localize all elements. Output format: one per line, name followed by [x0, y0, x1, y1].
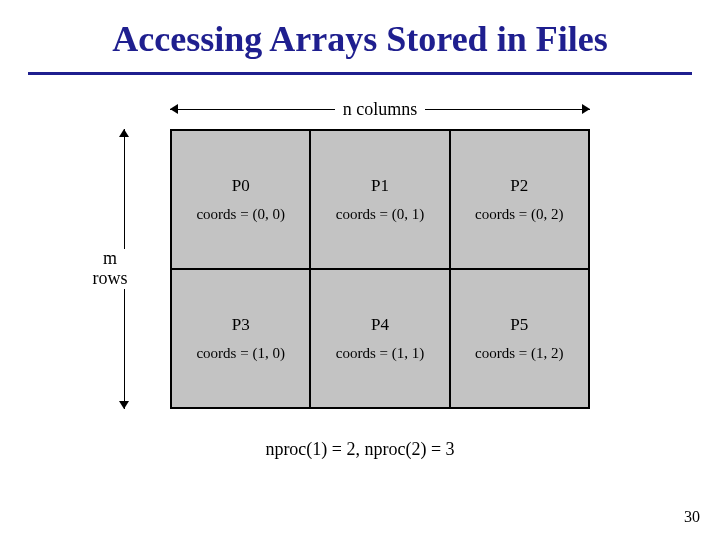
grid-cell: P5 coords = (1, 2): [450, 269, 589, 408]
coords-label: coords = (0, 1): [336, 206, 424, 223]
proc-label: P3: [232, 315, 250, 335]
grid-cell: P0 coords = (0, 0): [171, 130, 310, 269]
nproc-footer: nproc(1) = 2, nproc(2) = 3: [0, 439, 720, 460]
coords-label: coords = (1, 0): [196, 345, 284, 362]
coords-label: coords = (0, 0): [196, 206, 284, 223]
title-underline: [28, 72, 692, 75]
bracket-line: [124, 129, 125, 249]
proc-label: P5: [510, 315, 528, 335]
arrow-down-icon: [119, 401, 129, 409]
proc-label: P2: [510, 176, 528, 196]
grid-cell: P4 coords = (1, 1): [310, 269, 449, 408]
proc-label: P4: [371, 315, 389, 335]
coords-label: coords = (1, 2): [475, 345, 563, 362]
arrow-right-icon: [582, 104, 590, 114]
proc-label: P0: [232, 176, 250, 196]
bracket-line: [425, 109, 590, 110]
rows-bracket: m rows: [90, 129, 160, 409]
bracket-line: [124, 289, 125, 409]
coords-label: coords = (0, 2): [475, 206, 563, 223]
coords-label: coords = (1, 1): [336, 345, 424, 362]
grid-cell: P3 coords = (1, 0): [171, 269, 310, 408]
grid-cell: P1 coords = (0, 1): [310, 130, 449, 269]
rows-label-m: m: [80, 249, 140, 269]
page-title: Accessing Arrays Stored in Files: [0, 0, 720, 72]
page-number: 30: [684, 508, 700, 526]
rows-label-rows: rows: [80, 269, 140, 289]
proc-label: P1: [371, 176, 389, 196]
columns-bracket: n columns: [170, 99, 590, 121]
grid-cell: P2 coords = (0, 2): [450, 130, 589, 269]
rows-label: m rows: [80, 249, 140, 289]
processor-grid: P0 coords = (0, 0) P1 coords = (0, 1) P2…: [170, 129, 590, 409]
